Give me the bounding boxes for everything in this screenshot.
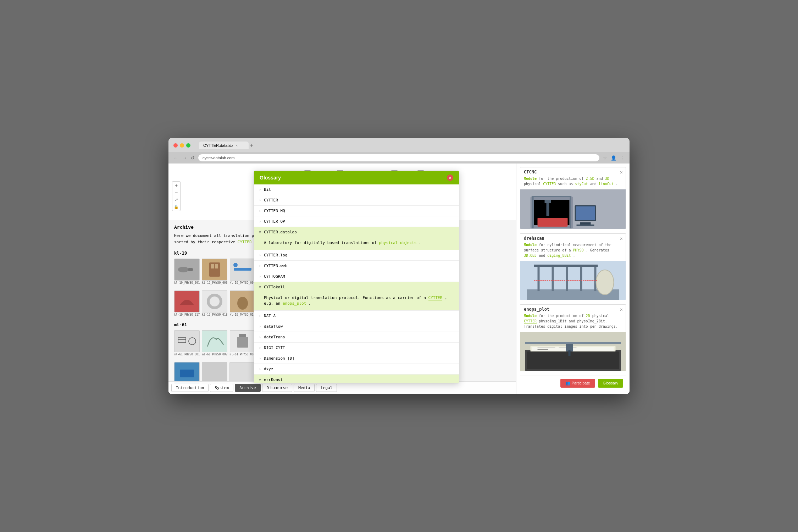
ctcnc-close-button[interactable]: × xyxy=(620,170,623,175)
traffic-lights xyxy=(173,143,190,148)
glossary-item-digi-cytt: › DIGI_CYTT xyxy=(254,343,459,353)
thumb-ml61-002[interactable]: ml-61_PHYS0_002 xyxy=(202,330,227,356)
glossary-row-cytter-web[interactable]: › CYTTER.web xyxy=(254,261,459,271)
drehscan-title: drehscan xyxy=(520,234,626,241)
glossary-row-cyttokoll[interactable]: ∨ CYTTokoll xyxy=(254,282,459,292)
ctcnc-image xyxy=(520,189,626,229)
account-icon[interactable]: 👤 xyxy=(611,155,616,161)
reload-button[interactable]: ↺ xyxy=(190,155,195,161)
svg-rect-43 xyxy=(576,206,595,220)
thumb-kl19-018[interactable]: kl-19_PHYSO_018 xyxy=(202,290,227,317)
glossary-row-cytter-datalab[interactable]: ∨ CYTTER.datalab xyxy=(254,227,459,237)
back-button[interactable]: ← xyxy=(173,155,178,161)
tab-archive[interactable]: Archive xyxy=(235,384,260,392)
glossary-item-cyttogram: › CYTTOGRAM xyxy=(254,271,459,282)
glossary-row-dxyz[interactable]: › dxyz xyxy=(254,364,459,374)
url-field[interactable] xyxy=(198,154,599,161)
module-card-drehscan: × drehscan Module for cylindrical measur… xyxy=(520,233,626,300)
glossary-row-cytter-log[interactable]: › CYTTER.log xyxy=(254,250,459,260)
thumb-kl19-004[interactable]: kl-19_PHYSO_004 xyxy=(230,259,255,285)
new-tab-button[interactable]: + xyxy=(250,142,253,149)
thumb-ml61-003[interactable]: ml-61_PHYS0_003 xyxy=(230,330,255,356)
minimize-window-button[interactable] xyxy=(180,143,184,148)
glossary-close-button[interactable]: × xyxy=(447,174,453,181)
drehscan-3dobj-link[interactable]: 3D.OBJ xyxy=(524,254,537,257)
glossary-item-cyttokoll: ∨ CYTTokoll Physical or digital translat… xyxy=(254,282,459,311)
enops-plot-close-button[interactable]: × xyxy=(620,307,623,312)
glossary-row-errkonst[interactable]: ∨ errKonst xyxy=(254,375,459,383)
tab-system[interactable]: System xyxy=(210,384,233,392)
svg-rect-58 xyxy=(594,265,597,291)
participate-button[interactable]: 👥 Participate xyxy=(560,379,595,388)
active-tab[interactable]: CYTTER.datalab × xyxy=(199,142,249,149)
menu-icon[interactable]: ⋮ xyxy=(620,155,625,161)
enops-plot-image xyxy=(520,332,626,371)
tab-legal[interactable]: Legal xyxy=(316,384,337,392)
ctcnc-linocut-link[interactable]: linoCut xyxy=(599,182,614,186)
drehscan-physo-link[interactable]: PHYSO xyxy=(573,248,583,252)
drehscan-digimg-link[interactable]: digImg_8Bit xyxy=(547,254,571,257)
glossary-row-dataflow[interactable]: › dataflow xyxy=(254,321,459,332)
svg-rect-51 xyxy=(545,200,551,203)
zoom-out-button[interactable]: − xyxy=(173,189,179,196)
ctcnc-cytter-term[interactable]: CYTTER xyxy=(543,182,556,186)
fit-button[interactable]: ⤢ xyxy=(173,196,179,203)
ctcnc-stycut-link[interactable]: styCut xyxy=(575,182,588,186)
glossary-row-datatrans[interactable]: › dataTrans xyxy=(254,332,459,342)
forward-button[interactable]: → xyxy=(182,155,187,161)
glossary-item-cytter: › CYTTER xyxy=(254,195,459,206)
glossary-item-cytter-hq: › CYTTER HQ xyxy=(254,206,459,216)
glossary-row-cytter-hq[interactable]: › CYTTER HQ xyxy=(254,206,459,216)
tab-discourse[interactable]: Discourse xyxy=(262,384,293,392)
glossary-row-cytter-op[interactable]: › CYTTER OP xyxy=(254,216,459,227)
zoom-in-button[interactable]: + xyxy=(173,182,179,189)
thumb-kl19-001[interactable]: kl-19_PHYSO_001 xyxy=(174,259,200,285)
svg-point-32 xyxy=(237,297,248,310)
glossary-item-cytter-web: › CYTTER.web xyxy=(254,261,459,271)
glossary-title: Glossary xyxy=(260,175,281,181)
glossary-row-bit[interactable]: › Bit xyxy=(254,184,459,195)
thumb-ml61-001[interactable]: ml-61_PHYS0_001 xyxy=(174,330,200,356)
physical-objects-link[interactable]: physical objects xyxy=(379,240,417,245)
enops-plot-link[interactable]: enops_plot xyxy=(283,301,306,306)
drehscan-image xyxy=(520,261,626,300)
ctcnc-3d-link[interactable]: 3D xyxy=(605,177,609,181)
maximize-window-button[interactable] xyxy=(186,143,190,148)
tab-media[interactable]: Media xyxy=(294,384,315,392)
close-window-button[interactable] xyxy=(173,143,178,148)
svg-rect-33 xyxy=(178,339,186,340)
tab-bar: CYTTER.datalab × + xyxy=(199,142,253,149)
svg-rect-64 xyxy=(527,351,619,369)
glossary-desc-cyttokoll: Physical or digital translation protocol… xyxy=(254,292,459,310)
glossary-row-cyttogram[interactable]: › CYTTOGRAM xyxy=(254,271,459,282)
glossary-row-dimension[interactable]: › Dimension [D] xyxy=(254,353,459,364)
glossary-item-dat-a: › DAT_A xyxy=(254,311,459,321)
tab-introduction[interactable]: Introduction xyxy=(171,384,209,392)
glossary-button[interactable]: Glossary xyxy=(598,379,623,388)
ctcnc-2-5d-link[interactable]: 2.5D xyxy=(586,177,594,181)
right-panel: × CTCNC Module for the production of 2.5… xyxy=(516,164,630,394)
thumb-kl19-003[interactable]: kl-19_PHYSO_003 xyxy=(202,259,227,285)
thumb-kl19-017[interactable]: kl-19_PHYSO_017 xyxy=(174,290,200,317)
browser-window: CYTTER.datalab × + ← → ↺ ☆ 👤 ⋮ xyxy=(168,138,630,394)
enops-cytter-term[interactable]: CYTTER xyxy=(524,319,537,323)
enops-2d-link[interactable]: 2D xyxy=(586,314,590,318)
glossary-item-dxyz: › dxyz xyxy=(254,364,459,375)
svg-point-31 xyxy=(208,295,221,308)
thumb-kl19-019[interactable]: kl-19_PHYSO_019 xyxy=(230,290,255,317)
svg-rect-27 xyxy=(234,268,251,271)
glossary-row-dat-a[interactable]: › DAT_A xyxy=(254,311,459,321)
svg-rect-49 xyxy=(538,218,568,227)
lock-button[interactable]: 🔒 xyxy=(173,204,179,210)
glossary-row-digi-cytt[interactable]: › DIGI_CYTT xyxy=(254,343,459,353)
svg-rect-71 xyxy=(569,350,571,356)
tab-title: CYTTER.datalab xyxy=(203,143,233,148)
svg-rect-46 xyxy=(532,196,534,228)
glossary-header: Glossary × xyxy=(254,171,459,184)
cytter-term-link[interactable]: CYTTER xyxy=(428,295,443,300)
tab-close-button[interactable]: × xyxy=(235,144,238,148)
bookmark-icon[interactable]: ☆ xyxy=(603,155,607,161)
svg-rect-47 xyxy=(570,196,571,228)
glossary-row-cytter[interactable]: › CYTTER xyxy=(254,195,459,205)
drehscan-close-button[interactable]: × xyxy=(620,236,623,242)
